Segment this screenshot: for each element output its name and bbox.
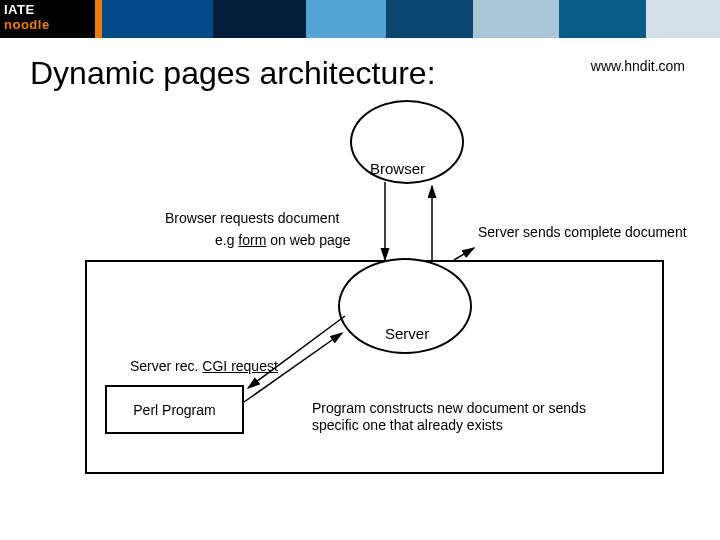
cgi-text: Server rec. CGI request	[130, 358, 278, 374]
server-sends-text: Server sends complete document	[478, 224, 687, 241]
req2-pre: e.g	[215, 232, 238, 248]
slide-title: Dynamic pages architecture:	[30, 55, 436, 92]
server-label: Server	[385, 325, 429, 342]
logo-text-2: noodle	[4, 17, 50, 32]
cgi-underline: CGI request	[202, 358, 277, 374]
svg-line-2	[454, 248, 474, 260]
cgi-pre: Server rec.	[130, 358, 202, 374]
request-text-line2: e.g form on web page	[215, 232, 350, 248]
banner-image-strip	[102, 0, 720, 38]
req2-post: on web page	[266, 232, 350, 248]
url-text: www.hndit.com	[591, 58, 685, 74]
req2-underline: form	[238, 232, 266, 248]
header-banner: IATE noodle	[0, 0, 720, 38]
request-text-line1: Browser requests document	[165, 210, 339, 226]
browser-label: Browser	[370, 160, 425, 177]
logo-text-1: IATE	[4, 2, 35, 17]
program-description: Program constructs new document or sends…	[312, 400, 632, 434]
perl-program-box: Perl Program	[105, 385, 244, 434]
perl-label: Perl Program	[133, 402, 215, 418]
